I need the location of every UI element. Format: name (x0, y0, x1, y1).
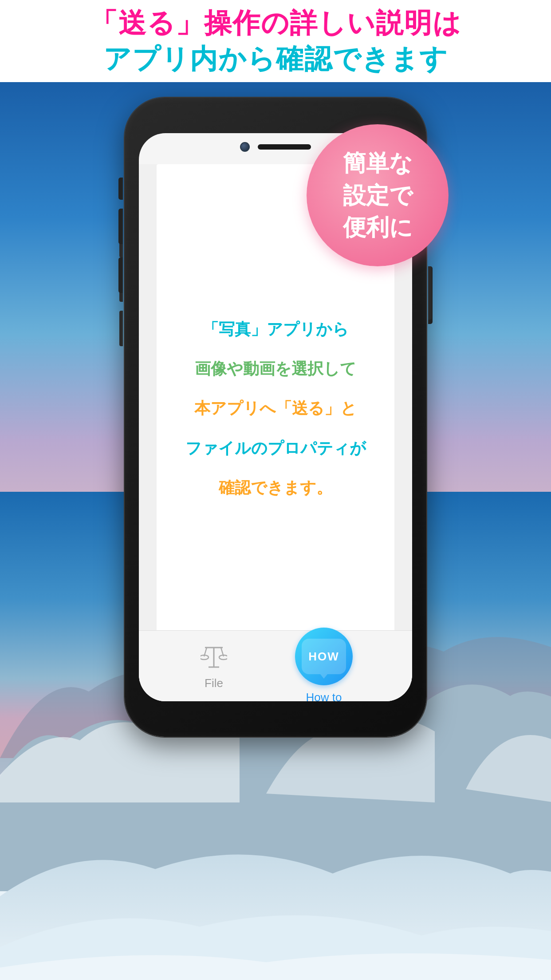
app-text-line2: 画像や動画を選択して (185, 351, 366, 386)
phone-camera-area (240, 142, 311, 152)
header: 「送る」操作の詳しい説明は アプリ内から確認できます (0, 0, 551, 82)
app-text-line4: ファイルのプロパティが (185, 431, 366, 466)
nav-file-item[interactable]: File (198, 642, 229, 690)
phone-container: 「写真」アプリから 画像や動画を選択して 本アプリへ「送る」と ファイルのプロパ… (125, 98, 426, 737)
pink-bubble: 簡単な 設定で 便利に (307, 124, 449, 266)
how-label: HOW (308, 650, 339, 664)
volume-up-button (118, 209, 123, 244)
app-text-line3: 本アプリへ「送る」と (185, 391, 366, 426)
phone-speaker (258, 144, 311, 150)
front-camera (240, 142, 250, 152)
header-title-line1: 「送る」操作の詳しい説明は (90, 5, 461, 41)
volume-down-button (118, 257, 123, 293)
howto-button[interactable]: HOW (295, 628, 353, 685)
header-title-line2: アプリ内から確認できます (103, 41, 448, 77)
bubble-text-line1: 簡単な (343, 147, 413, 179)
file-label: File (205, 676, 223, 690)
mute-button (118, 178, 123, 200)
app-text-block: 「写真」アプリから 画像や動画を選択して 本アプリへ「送る」と ファイルのプロパ… (185, 312, 366, 510)
header-title: 「送る」操作の詳しい説明は アプリ内から確認できます (90, 5, 461, 77)
app-text-line5: 確認できます。 (185, 470, 366, 505)
app-text-line1: 「写真」アプリから (185, 312, 366, 347)
file-icon (198, 642, 229, 673)
bottom-nav: File HOW How to (139, 630, 412, 701)
bubble-text-line2: 設定で (343, 179, 413, 212)
nav-howto-item[interactable]: HOW How to (295, 628, 353, 701)
power-button (428, 266, 433, 324)
bubble-text-line3: 便利に (343, 211, 413, 244)
howto-label: How to (306, 691, 342, 701)
